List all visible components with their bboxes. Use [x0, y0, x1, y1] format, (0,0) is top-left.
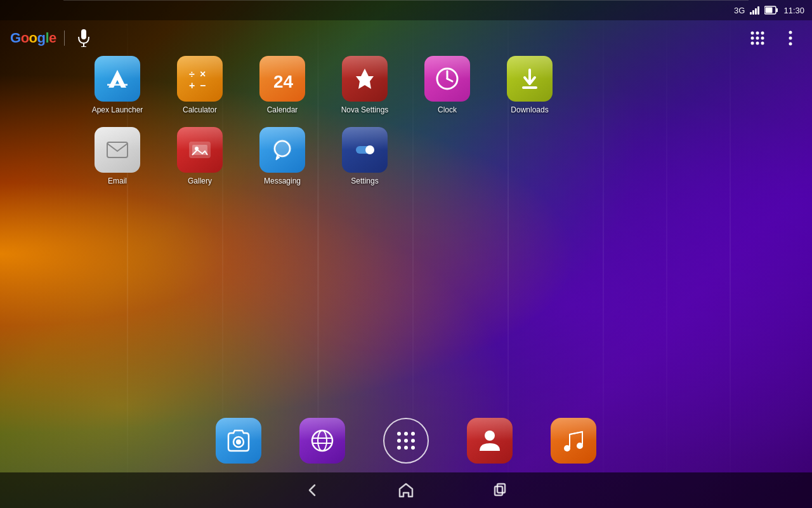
- svg-point-6: [751, 32, 754, 35]
- svg-text:24: 24: [273, 72, 294, 91]
- dock-contacts[interactable]: [467, 418, 513, 464]
- svg-point-8: [761, 32, 764, 35]
- top-bar-right: [746, 27, 802, 50]
- app-messaging[interactable]: Messaging: [254, 127, 311, 185]
- nova-settings-icon: [342, 56, 388, 102]
- apex-launcher-label: Apex Launcher: [92, 105, 143, 114]
- browser-dock-icon: [299, 418, 345, 464]
- calculator-label: Calculator: [183, 105, 217, 114]
- apex-launcher-icon: [95, 56, 140, 102]
- network-type: 3G: [734, 6, 745, 15]
- app-apex-launcher[interactable]: Apex Launcher: [89, 56, 146, 114]
- app-drawer-icon: [383, 418, 429, 464]
- svg-point-9: [751, 37, 754, 40]
- svg-point-42: [397, 432, 401, 436]
- calculator-icon: ÷ × + −: [177, 56, 223, 102]
- app-row-2: Email Gallery: [89, 127, 799, 185]
- messaging-label: Messaging: [264, 177, 301, 185]
- svg-point-12: [751, 42, 754, 45]
- home-button[interactable]: [391, 475, 421, 505]
- app-calendar[interactable]: 24 Calendar: [254, 56, 311, 114]
- svg-point-11: [761, 37, 764, 40]
- mic-button[interactable]: [72, 27, 95, 50]
- svg-rect-55: [495, 486, 502, 495]
- nova-settings-label: Nova Settings: [341, 105, 389, 114]
- svg-point-47: [411, 439, 415, 443]
- app-grid: Apex Launcher ÷ × + − Calculator 24 Cale…: [89, 56, 799, 185]
- svg-point-13: [756, 42, 759, 45]
- svg-point-49: [404, 446, 408, 450]
- status-bar: 3G 11:30: [0, 0, 812, 20]
- back-button[interactable]: [297, 475, 327, 505]
- app-clock[interactable]: Clock: [419, 56, 476, 114]
- app-email[interactable]: Email: [89, 127, 146, 185]
- svg-point-43: [404, 432, 408, 436]
- music-dock-icon: [551, 418, 596, 464]
- svg-text:−: −: [200, 80, 206, 91]
- recents-button[interactable]: [485, 475, 515, 505]
- downloads-label: Downloads: [511, 105, 548, 114]
- battery-icon: [764, 6, 778, 15]
- svg-point-51: [485, 431, 495, 441]
- clock-status: 11:30: [783, 6, 804, 15]
- dock-music[interactable]: [551, 418, 596, 464]
- app-gallery[interactable]: Gallery: [171, 127, 228, 185]
- app-row-1: Apex Launcher ÷ × + − Calculator 24 Cale…: [89, 56, 799, 114]
- gallery-label: Gallery: [188, 177, 212, 185]
- svg-rect-27: [522, 86, 537, 89]
- overflow-menu-button[interactable]: [779, 27, 802, 50]
- app-nova-settings[interactable]: Nova Settings: [336, 56, 393, 114]
- messaging-icon: [259, 127, 305, 173]
- svg-text:÷: ÷: [189, 69, 195, 79]
- dock: [0, 409, 812, 472]
- dock-app-drawer[interactable]: [383, 418, 429, 464]
- all-apps-grid-button[interactable]: [746, 27, 769, 50]
- svg-rect-1: [776, 8, 778, 12]
- svg-point-39: [318, 431, 327, 451]
- clock-label: Clock: [438, 105, 457, 114]
- svg-point-16: [789, 37, 792, 40]
- svg-point-14: [761, 42, 764, 45]
- app-settings[interactable]: Settings: [336, 127, 393, 185]
- top-bar: Google: [0, 20, 812, 56]
- nav-bar: [0, 472, 812, 508]
- svg-point-48: [397, 446, 401, 450]
- svg-point-53: [564, 445, 570, 451]
- svg-line-52: [570, 432, 582, 434]
- svg-point-10: [756, 37, 759, 40]
- svg-point-44: [411, 432, 415, 436]
- svg-rect-18: [107, 84, 128, 86]
- svg-rect-3: [81, 29, 86, 39]
- calendar-label: Calendar: [267, 105, 298, 114]
- downloads-icon: [507, 56, 553, 102]
- svg-point-45: [397, 439, 401, 443]
- svg-point-7: [756, 32, 759, 35]
- email-label: Email: [108, 177, 127, 185]
- svg-point-15: [789, 31, 792, 34]
- svg-rect-2: [766, 8, 773, 13]
- gallery-icon: [177, 127, 223, 173]
- settings-label: Settings: [351, 177, 378, 185]
- svg-text:+: +: [189, 80, 195, 91]
- app-downloads[interactable]: Downloads: [501, 56, 558, 114]
- svg-point-17: [789, 43, 792, 46]
- google-logo: Google: [10, 30, 56, 46]
- svg-point-54: [577, 443, 583, 449]
- settings-icon: [342, 127, 388, 173]
- top-bar-divider: [64, 30, 65, 46]
- svg-line-26: [447, 79, 452, 81]
- svg-point-37: [236, 439, 241, 444]
- svg-text:×: ×: [200, 69, 206, 79]
- svg-point-38: [312, 431, 332, 451]
- clock-icon: [424, 56, 470, 102]
- svg-point-35: [365, 145, 374, 154]
- dock-camera[interactable]: [216, 418, 261, 464]
- svg-point-46: [404, 439, 408, 443]
- svg-point-32: [273, 140, 291, 157]
- email-icon: [95, 127, 140, 173]
- svg-rect-28: [107, 142, 128, 157]
- app-calculator[interactable]: ÷ × + − Calculator: [171, 56, 228, 114]
- dock-browser[interactable]: [299, 418, 345, 464]
- camera-dock-icon: [216, 418, 261, 464]
- signal-icon: [750, 6, 759, 15]
